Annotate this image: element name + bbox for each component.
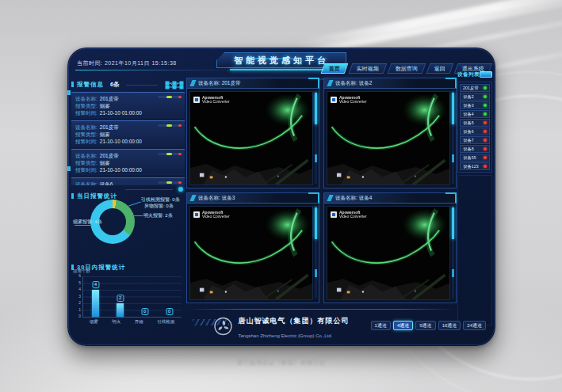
- device-item[interactable]: 设备2: [460, 93, 490, 101]
- bar-value: 0: [141, 308, 148, 315]
- device-name: 设备6: [463, 128, 474, 135]
- bar-fire: 2: [116, 276, 124, 317]
- tab-label: 实时视频: [357, 64, 379, 74]
- watermark: ApowersoftVideo Converter: [193, 95, 236, 105]
- donut-hole: [99, 208, 126, 235]
- bar-smoke: 4: [91, 276, 100, 317]
- tab-home[interactable]: 首页: [321, 63, 349, 74]
- tab-back[interactable]: 返回: [426, 63, 454, 74]
- watermark-text: ApowersoftVideo Converter: [339, 96, 367, 104]
- device-item[interactable]: 设备8: [460, 145, 490, 153]
- watermark-line2: Video Converter: [202, 100, 230, 104]
- device-item[interactable]: 201皮带: [460, 84, 490, 92]
- status-dot: [484, 147, 487, 150]
- divider: [126, 85, 158, 86]
- video-feed[interactable]: ApowersoftVideo Converter: [327, 91, 450, 185]
- y-tick: 1: [75, 308, 81, 312]
- watermark: ApowersoftVideo Converter: [331, 210, 373, 219]
- device-list: 201皮带 设备2 设备3 设备4 设备5 设备6 设备7 设备8 设备55 设…: [457, 82, 492, 173]
- alarm-panel-header: 报警信息 6条: [71, 79, 185, 90]
- video-title: 设备名称: 设备2: [324, 78, 456, 89]
- video-panel-4[interactable]: 设备名称: 设备4 ApowersoftVideo Converter: [323, 192, 457, 303]
- video-panel-1[interactable]: 设备名称: 201皮带 ApowersoftVideo Converter: [186, 78, 319, 188]
- watermark-text: ApowersoftVideo Converter: [202, 211, 230, 219]
- video-scrollbar[interactable]: [315, 91, 317, 184]
- device-item[interactable]: 设备6: [460, 127, 490, 135]
- watermark-line2: Video Converter: [339, 100, 367, 104]
- alarm-level-indicator: [158, 181, 182, 184]
- company-name-en: Tangshan Zhicheng Electric (Group) Co.,L…: [239, 333, 333, 338]
- title-underline: [230, 69, 333, 70]
- channel-button-24[interactable]: 24通道: [463, 321, 486, 330]
- alarm-card[interactable]: 设备名称:201皮带 报警类型:烟雾 报警时间:21-10-10 01:00:0…: [71, 92, 185, 118]
- channel-buttons: 1通道 4通道 9通道 16通道 24通道: [371, 321, 486, 330]
- bar-foreign-object: 0: [140, 276, 149, 317]
- video-device-name: 设备3: [222, 195, 235, 200]
- status-dot: [484, 95, 487, 98]
- video-name-label: 设备名称:: [198, 80, 220, 86]
- channel-button-16[interactable]: 16通道: [438, 321, 461, 330]
- y-axis-label: 报警个数: [73, 268, 90, 274]
- device-name: 设备55: [463, 154, 476, 161]
- watermark-line2: Video Converter: [202, 215, 230, 219]
- screen: 唐山智诚电气（集团）有限公司 当前时间: 2021年10月11日 15:15:3…: [0, 0, 562, 392]
- device-item[interactable]: 设备123: [460, 162, 490, 170]
- device-item[interactable]: 设备55: [460, 154, 490, 162]
- video-panel-2[interactable]: 设备名称: 设备2 ApowersoftVideo Converter: [323, 78, 457, 188]
- apowersoft-logo-icon: [331, 97, 337, 103]
- tab-live-video[interactable]: 实时视频: [349, 63, 388, 74]
- video-device-name: 设备4: [359, 195, 373, 200]
- daily-alarm-stats-panel: 当日报警统计 烟雾报警: 4条 引线检测报警: 0条 异物报警: 0条 明火报警…: [71, 187, 185, 257]
- tab-data-query[interactable]: 数据查询: [388, 63, 426, 74]
- status-dot: [484, 156, 487, 159]
- device-list-panel: 设备列表 201皮带 设备2 设备3 设备4 设备5 设备6 设备7 设备8 设…: [457, 70, 492, 329]
- x-tick: 烟雾: [90, 319, 98, 325]
- alarm-count-badge: 6条: [110, 81, 120, 89]
- video-device-name: 设备2: [359, 80, 373, 86]
- edge-marker: [67, 166, 71, 171]
- channel-button-1[interactable]: 1通道: [371, 321, 391, 330]
- alarm-type: 烟雾: [100, 102, 110, 109]
- channel-button-9[interactable]: 9通道: [415, 321, 435, 330]
- alarm-level-indicator: [158, 153, 182, 155]
- device-name: 设备7: [463, 137, 474, 143]
- field-label: 报警类型:: [75, 159, 97, 166]
- video-feed[interactable]: ApowersoftVideo Converter: [189, 91, 313, 185]
- x-tick: 引线检测: [157, 319, 174, 325]
- status-dot: [484, 139, 487, 142]
- donut-label-smoke: 烟雾报警: 4条: [73, 219, 102, 226]
- status-dot: [484, 86, 487, 89]
- alarm-card[interactable]: 设备名称:201皮带 报警类型:烟雾 报警时间:21-10-10 00:00:0…: [71, 149, 185, 175]
- bar-value: 2: [117, 295, 124, 302]
- alarm-card[interactable]: 设备名称:设备6 报警类型:明火 报警时间:21-10-10 00:00:00: [71, 177, 185, 185]
- device-item[interactable]: 设备5: [460, 119, 490, 127]
- alarm-device: 201皮带: [100, 95, 119, 102]
- video-title: 设备名称: 设备3: [187, 193, 319, 204]
- alarm-time: 21-10-10 01:00:00: [100, 109, 142, 116]
- video-scrollbar[interactable]: [452, 91, 454, 184]
- status-dot: [484, 112, 487, 116]
- apowersoft-logo-icon: [331, 211, 337, 218]
- video-panel-3[interactable]: 设备名称: 设备3 ApowersoftVideo Converter: [186, 192, 319, 303]
- tab-label: 首页: [329, 64, 340, 74]
- device-item[interactable]: 设备7: [460, 136, 490, 144]
- device-item[interactable]: 设备3: [460, 101, 490, 109]
- company-name-cn: 唐山智诚电气（集团）有限公司: [239, 317, 350, 325]
- video-feed[interactable]: ApowersoftVideo Converter: [189, 206, 313, 300]
- device-list-tab-button[interactable]: [480, 71, 492, 78]
- device-name: 设备123: [463, 163, 479, 169]
- daily-stats-title: 当日报警统计: [71, 192, 117, 200]
- video-feed[interactable]: ApowersoftVideo Converter: [327, 206, 450, 300]
- device-item[interactable]: 设备4: [460, 110, 490, 118]
- alarm-list: 设备名称:201皮带 报警类型:烟雾 报警时间:21-10-10 01:00:0…: [71, 92, 185, 185]
- video-scene: [327, 92, 449, 185]
- alarm-card[interactable]: 设备名称:201皮带 报警类型:烟雾 报警时间:21-10-10 00:00:0…: [71, 120, 185, 147]
- video-scrollbar[interactable]: [452, 206, 454, 299]
- watermark-text: ApowersoftVideo Converter: [339, 211, 367, 219]
- footer-divider: [186, 309, 456, 310]
- field-label: 设备名称:: [75, 95, 97, 102]
- donut-label-foreign: 异物报警: 0条: [144, 203, 174, 210]
- channel-button-4[interactable]: 4通道: [393, 321, 413, 330]
- video-scrollbar[interactable]: [315, 206, 317, 299]
- x-tick: 明火: [112, 319, 120, 325]
